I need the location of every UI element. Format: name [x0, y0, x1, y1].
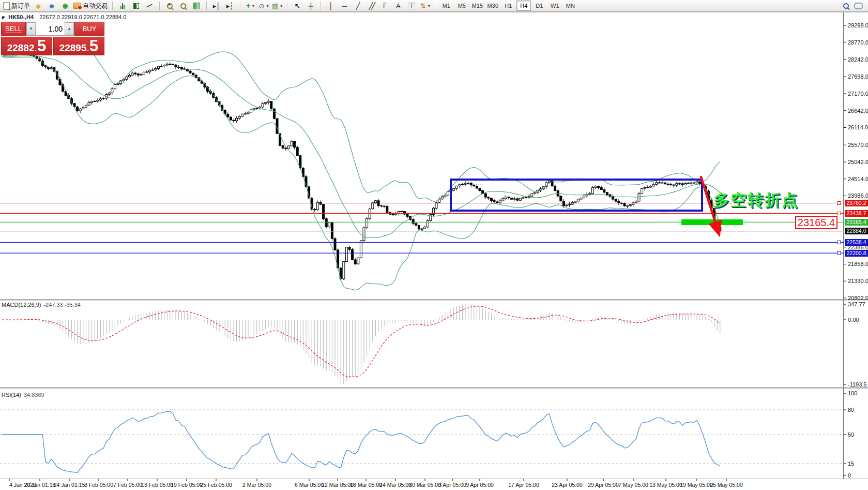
timeframe-button-w1[interactable]: W1 [547, 1, 562, 11]
tile-windows-icon [193, 3, 200, 9]
svg-text:28242.0: 28242.0 [848, 56, 868, 63]
chart-canvas[interactable]: 29298.028770.028242.027698.027170.026642… [0, 0, 868, 490]
svg-text:25 May 05:00: 25 May 05:00 [710, 482, 743, 488]
toolbar-group-scroll: ▸│ ▸┆ [208, 0, 238, 11]
cursor-icon: ↖ [295, 2, 300, 10]
timeframe-button-h1[interactable]: H1 [501, 1, 515, 11]
toolbar-group-cursor: ↖ ┼ [289, 0, 319, 11]
timeframe-toolbar: M1M5M15M30H1H4D1W1MN [437, 0, 580, 11]
line-chart-icon [146, 4, 153, 7]
svg-text:347.77: 347.77 [848, 301, 865, 307]
toolbar-group-standard: + 新订单 ◆ ☻ ◉ 自动交易 [0, 0, 111, 11]
zoom-out-button[interactable]: - [176, 1, 190, 11]
timeframe-button-h4[interactable]: H4 [516, 1, 531, 11]
svg-text:18 Mar 05:00: 18 Mar 05:00 [350, 482, 382, 488]
svg-text:21858.0: 21858.0 [848, 261, 868, 267]
sell-price-tile[interactable]: 22882.5 [1, 37, 52, 55]
buy-price-tile[interactable]: 22895.5 [53, 37, 104, 55]
new-order-button[interactable]: + 新订单 [2, 1, 32, 11]
chart-header: ◤ HK50-,H4 22672.0 22919.0 22671.0 22884… [2, 14, 126, 20]
templates-icon: ▦ [272, 2, 278, 10]
toolbar-group-chart-type [114, 0, 158, 11]
svg-text:26114.0: 26114.0 [848, 124, 868, 130]
svg-text:23986.0: 23986.0 [848, 192, 868, 199]
toolbar-separator [435, 2, 435, 10]
indicators-icon: + [246, 2, 250, 10]
vertical-line-icon: │ [329, 2, 333, 10]
bar-chart-button[interactable] [116, 1, 129, 11]
volume-increase-button[interactable]: ▲ [65, 22, 74, 35]
timeframe-button-m5[interactable]: M5 [454, 1, 469, 11]
svg-text:3 Apr 05:00: 3 Apr 05:00 [438, 482, 466, 488]
search-icon[interactable] [843, 3, 849, 9]
mql-community-button[interactable]: ◆ [32, 1, 45, 11]
signals-button[interactable]: ◉ [58, 1, 72, 11]
svg-text:19 Feb 05:00: 19 Feb 05:00 [171, 482, 203, 488]
text-icon: A [396, 2, 401, 10]
auto-trading-button[interactable]: 自动交易 [72, 1, 109, 11]
channel-button[interactable]: ╱╱ [364, 1, 378, 11]
cursor-button[interactable]: ↖ [291, 1, 304, 11]
indicators-button[interactable]: +▾ [243, 1, 257, 11]
periods-button[interactable]: ⊙▾ [257, 1, 270, 11]
line-chart-button[interactable] [143, 1, 156, 11]
crosshair-icon: ┼ [309, 2, 313, 10]
bar-chart-icon [120, 3, 125, 9]
toolbar-separator [240, 2, 240, 10]
buy-button[interactable]: BUY [74, 22, 104, 36]
trendline-button[interactable]: ╱ [351, 1, 364, 11]
price-axis-layer: 29298.028770.028242.027698.027170.026642… [844, 22, 868, 301]
svg-text:30 Mar 05:00: 30 Mar 05:00 [409, 482, 441, 488]
candlestick-chart-button[interactable] [129, 1, 143, 11]
consolidation-box-annotation [450, 179, 703, 212]
tile-windows-button[interactable] [190, 1, 203, 11]
toolbar-separator [159, 2, 160, 10]
auto-scroll-button[interactable]: ▸│ [210, 1, 223, 11]
svg-text:27698.0: 27698.0 [848, 73, 868, 80]
candlestick-chart-icon [133, 3, 139, 9]
timeframe-button-m1[interactable]: M1 [439, 1, 453, 11]
virtual-hosting-icon: ☻ [48, 2, 56, 10]
toolbar-separator [112, 2, 113, 10]
auto-scroll-icon: ▸│ [213, 2, 221, 10]
svg-text:21330.0: 21330.0 [848, 278, 868, 284]
sell-label: SELL [5, 25, 22, 33]
one-click-trading-panel: SELL ▼ ▲ BUY 22882.5 22895.5 [1, 22, 104, 55]
chat-icon[interactable] [854, 3, 863, 9]
svg-text:20802.0: 20802.0 [848, 295, 868, 301]
rsi-value: 34.8369 [24, 392, 44, 398]
svg-text:2 Mar 05:00: 2 Mar 05:00 [242, 482, 271, 488]
fibonacci-button[interactable]: F [378, 1, 391, 11]
timeframe-button-m15[interactable]: M15 [470, 1, 484, 11]
volume-input[interactable] [36, 22, 65, 35]
turning-point-annotation: 多空转折点 [713, 189, 799, 211]
svg-text:13 Feb 05:00: 13 Feb 05:00 [141, 482, 173, 488]
chart-shift-button[interactable]: ▸┆ [223, 1, 237, 11]
arrows-button[interactable]: ⇅▾ [418, 1, 432, 11]
volume-decrease-button[interactable]: ▼ [26, 22, 36, 35]
buy-label: BUY [83, 25, 97, 33]
text-button[interactable]: A [391, 1, 405, 11]
virtual-hosting-button[interactable]: ☻ [45, 1, 58, 11]
new-order-label: 新订单 [11, 2, 30, 10]
svg-text:-1193.5: -1193.5 [848, 381, 867, 388]
horizontal-line-button[interactable]: ─ [338, 1, 351, 11]
svg-text:24 Jan 01:15: 24 Jan 01:15 [54, 482, 85, 488]
timeframe-button-m30[interactable]: M30 [485, 1, 500, 11]
chevron-down-icon: ▾ [266, 4, 268, 8]
sell-button[interactable]: SELL [1, 22, 26, 36]
rsi-label: RSI(14)34.8369 [2, 392, 44, 398]
vertical-line-button[interactable]: │ [324, 1, 338, 11]
svg-text:19 May 05:00: 19 May 05:00 [680, 482, 713, 488]
toolbar-group-zoom: + - [161, 0, 205, 11]
crosshair-button[interactable]: ┼ [304, 1, 317, 11]
svg-text:29 Apr 05:00: 29 Apr 05:00 [588, 482, 619, 488]
level-callout-box: 23165.4 [795, 216, 837, 229]
timeframe-button-d1[interactable]: D1 [532, 1, 546, 11]
zoom-in-button[interactable]: + [163, 1, 176, 11]
symbol-marker-icon: ◤ [2, 16, 5, 20]
templates-button[interactable]: ▦▾ [270, 1, 284, 11]
timeframe-button-mn[interactable]: MN [563, 1, 577, 11]
text-label-button[interactable]: T [405, 1, 418, 11]
auto-trading-label: 自动交易 [83, 2, 108, 10]
